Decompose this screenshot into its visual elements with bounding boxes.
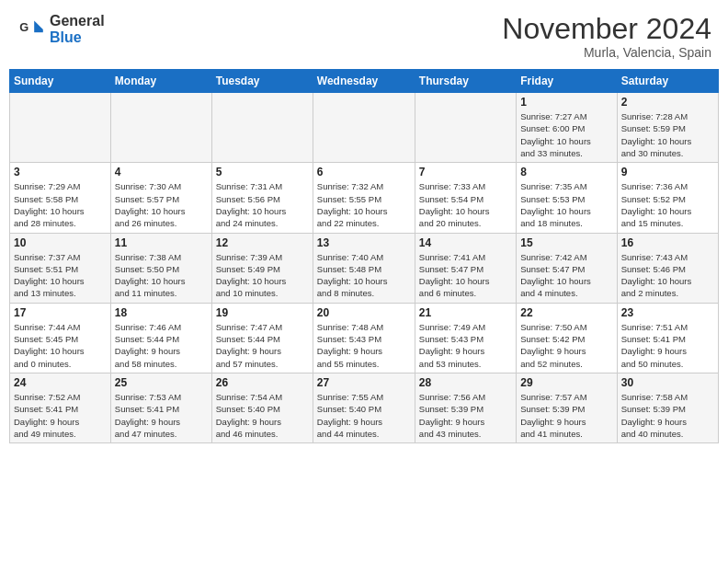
weekday-header-sunday: Sunday — [10, 70, 111, 93]
day-number: 12 — [216, 236, 309, 249]
day-number: 19 — [216, 306, 309, 319]
logo-text: General Blue — [50, 13, 105, 45]
day-number: 10 — [14, 236, 107, 249]
day-info: Sunrise: 7:29 AMSunset: 5:58 PMDaylight:… — [14, 180, 107, 229]
day-number: 27 — [317, 376, 411, 389]
day-info: Sunrise: 7:48 AMSunset: 5:43 PMDaylight:… — [317, 321, 411, 370]
day-number: 3 — [14, 166, 107, 178]
day-info: Sunrise: 7:28 AMSunset: 5:59 PMDaylight:… — [621, 110, 714, 159]
day-number: 2 — [621, 96, 714, 109]
calendar-cell — [110, 93, 211, 163]
day-number: 20 — [317, 306, 411, 319]
calendar-cell: 22Sunrise: 7:50 AMSunset: 5:42 PMDayligh… — [517, 303, 617, 373]
day-number: 22 — [520, 306, 612, 319]
day-info: Sunrise: 7:36 AMSunset: 5:52 PMDaylight:… — [621, 180, 714, 229]
calendar-cell: 8Sunrise: 7:35 AMSunset: 5:53 PMDaylight… — [517, 163, 617, 233]
day-info: Sunrise: 7:46 AMSunset: 5:44 PMDaylight:… — [115, 321, 208, 370]
day-number: 13 — [317, 236, 411, 249]
day-info: Sunrise: 7:50 AMSunset: 5:42 PMDaylight:… — [520, 321, 612, 370]
calendar-cell — [415, 93, 516, 163]
calendar-cell: 30Sunrise: 7:58 AMSunset: 5:39 PMDayligh… — [617, 373, 718, 442]
day-info: Sunrise: 7:55 AMSunset: 5:40 PMDaylight:… — [317, 391, 411, 440]
day-number: 21 — [419, 306, 512, 319]
weekday-header-monday: Monday — [110, 70, 211, 93]
day-number: 15 — [520, 236, 612, 249]
day-number: 25 — [115, 376, 208, 389]
title-block: November 2024 Murla, Valencia, Spain — [502, 13, 711, 60]
calendar-cell: 5Sunrise: 7:31 AMSunset: 5:56 PMDaylight… — [211, 163, 313, 233]
calendar-week-3: 10Sunrise: 7:37 AMSunset: 5:51 PMDayligh… — [10, 233, 719, 303]
calendar-week-4: 17Sunrise: 7:44 AMSunset: 5:45 PMDayligh… — [10, 303, 719, 373]
calendar-cell: 27Sunrise: 7:55 AMSunset: 5:40 PMDayligh… — [313, 373, 415, 442]
calendar-week-2: 3Sunrise: 7:29 AMSunset: 5:58 PMDaylight… — [10, 163, 719, 233]
day-info: Sunrise: 7:54 AMSunset: 5:40 PMDaylight:… — [216, 391, 309, 440]
day-info: Sunrise: 7:32 AMSunset: 5:55 PMDaylight:… — [317, 180, 411, 229]
weekday-header-wednesday: Wednesday — [313, 70, 415, 93]
weekday-header-row: SundayMondayTuesdayWednesdayThursdayFrid… — [10, 70, 719, 93]
calendar-cell: 28Sunrise: 7:56 AMSunset: 5:39 PMDayligh… — [415, 373, 516, 442]
page-header: G General Blue November 2024 Murla, Vale… — [9, 9, 719, 63]
weekday-header-friday: Friday — [517, 70, 617, 93]
calendar-cell: 25Sunrise: 7:53 AMSunset: 5:41 PMDayligh… — [110, 373, 211, 442]
month-title: November 2024 — [502, 13, 711, 45]
day-info: Sunrise: 7:30 AMSunset: 5:57 PMDaylight:… — [115, 180, 208, 229]
day-info: Sunrise: 7:47 AMSunset: 5:44 PMDaylight:… — [216, 321, 309, 370]
day-info: Sunrise: 7:37 AMSunset: 5:51 PMDaylight:… — [14, 251, 107, 300]
calendar-cell: 23Sunrise: 7:51 AMSunset: 5:41 PMDayligh… — [617, 303, 718, 373]
weekday-header-thursday: Thursday — [415, 70, 516, 93]
calendar-table: SundayMondayTuesdayWednesdayThursdayFrid… — [9, 69, 719, 443]
calendar-cell: 10Sunrise: 7:37 AMSunset: 5:51 PMDayligh… — [10, 233, 111, 303]
day-info: Sunrise: 7:58 AMSunset: 5:39 PMDaylight:… — [621, 391, 714, 440]
weekday-header-tuesday: Tuesday — [211, 70, 313, 93]
calendar-cell: 13Sunrise: 7:40 AMSunset: 5:48 PMDayligh… — [313, 233, 415, 303]
day-number: 26 — [216, 376, 309, 389]
day-number: 9 — [621, 166, 714, 178]
day-number: 6 — [317, 166, 411, 178]
day-info: Sunrise: 7:27 AMSunset: 6:00 PMDaylight:… — [520, 110, 612, 159]
day-number: 29 — [520, 376, 612, 389]
calendar-cell: 6Sunrise: 7:32 AMSunset: 5:55 PMDaylight… — [313, 163, 415, 233]
day-number: 23 — [621, 306, 714, 319]
calendar-cell — [10, 93, 111, 163]
calendar-cell: 1Sunrise: 7:27 AMSunset: 6:00 PMDaylight… — [517, 93, 617, 163]
day-number: 1 — [520, 96, 612, 109]
calendar-cell: 24Sunrise: 7:52 AMSunset: 5:41 PMDayligh… — [10, 373, 111, 442]
calendar-cell: 9Sunrise: 7:36 AMSunset: 5:52 PMDaylight… — [617, 163, 718, 233]
calendar-cell: 3Sunrise: 7:29 AMSunset: 5:58 PMDaylight… — [10, 163, 111, 233]
calendar-cell: 16Sunrise: 7:43 AMSunset: 5:46 PMDayligh… — [617, 233, 718, 303]
day-info: Sunrise: 7:35 AMSunset: 5:53 PMDaylight:… — [520, 180, 612, 229]
calendar-cell: 11Sunrise: 7:38 AMSunset: 5:50 PMDayligh… — [110, 233, 211, 303]
day-info: Sunrise: 7:40 AMSunset: 5:48 PMDaylight:… — [317, 251, 411, 300]
day-number: 24 — [14, 376, 107, 389]
calendar-cell: 21Sunrise: 7:49 AMSunset: 5:43 PMDayligh… — [415, 303, 516, 373]
calendar-cell: 12Sunrise: 7:39 AMSunset: 5:49 PMDayligh… — [211, 233, 313, 303]
day-info: Sunrise: 7:43 AMSunset: 5:46 PMDaylight:… — [621, 251, 714, 300]
day-number: 16 — [621, 236, 714, 249]
calendar-cell: 29Sunrise: 7:57 AMSunset: 5:39 PMDayligh… — [517, 373, 617, 442]
calendar-cell: 26Sunrise: 7:54 AMSunset: 5:40 PMDayligh… — [211, 373, 313, 442]
weekday-header-saturday: Saturday — [617, 70, 718, 93]
location-subtitle: Murla, Valencia, Spain — [502, 45, 711, 60]
day-info: Sunrise: 7:57 AMSunset: 5:39 PMDaylight:… — [520, 391, 612, 440]
day-info: Sunrise: 7:31 AMSunset: 5:56 PMDaylight:… — [216, 180, 309, 229]
day-number: 11 — [115, 236, 208, 249]
day-number: 7 — [419, 166, 512, 178]
day-info: Sunrise: 7:44 AMSunset: 5:45 PMDaylight:… — [14, 321, 107, 370]
calendar-cell — [313, 93, 415, 163]
calendar-cell: 20Sunrise: 7:48 AMSunset: 5:43 PMDayligh… — [313, 303, 415, 373]
day-number: 5 — [216, 166, 309, 178]
day-number: 14 — [419, 236, 512, 249]
calendar-cell: 14Sunrise: 7:41 AMSunset: 5:47 PMDayligh… — [415, 233, 516, 303]
calendar-cell: 17Sunrise: 7:44 AMSunset: 5:45 PMDayligh… — [10, 303, 111, 373]
calendar-cell — [211, 93, 313, 163]
logo-general-text: General — [50, 13, 105, 29]
day-number: 4 — [115, 166, 208, 178]
calendar-cell: 19Sunrise: 7:47 AMSunset: 5:44 PMDayligh… — [211, 303, 313, 373]
day-info: Sunrise: 7:39 AMSunset: 5:49 PMDaylight:… — [216, 251, 309, 300]
day-info: Sunrise: 7:53 AMSunset: 5:41 PMDaylight:… — [115, 391, 208, 440]
day-info: Sunrise: 7:52 AMSunset: 5:41 PMDaylight:… — [14, 391, 107, 440]
day-info: Sunrise: 7:49 AMSunset: 5:43 PMDaylight:… — [419, 321, 512, 370]
calendar-week-1: 1Sunrise: 7:27 AMSunset: 6:00 PMDaylight… — [10, 93, 719, 163]
calendar-cell: 18Sunrise: 7:46 AMSunset: 5:44 PMDayligh… — [110, 303, 211, 373]
calendar-week-5: 24Sunrise: 7:52 AMSunset: 5:41 PMDayligh… — [10, 373, 719, 442]
